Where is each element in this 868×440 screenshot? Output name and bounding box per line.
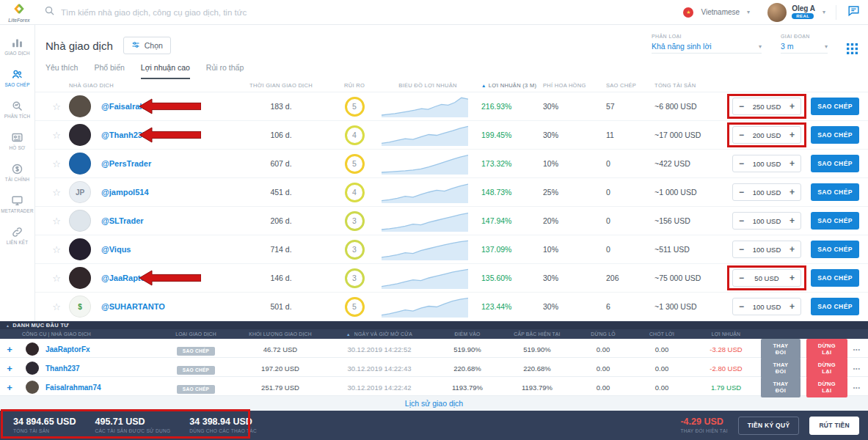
trade-volume: 46.72 USD [236,345,324,353]
trader-name-link[interactable]: Thanh237 [45,364,156,373]
expand-row-button[interactable]: + [0,345,19,354]
amount-value[interactable]: 100 USD [753,217,781,225]
increase-amount-button[interactable]: + [789,216,795,225]
col-open-datetime[interactable]: ▲ NGÀY VÀ GIỜ MỞ CỬA [324,331,434,337]
sidebar-item-metatrader[interactable]: METATRADER [0,188,35,220]
sidebar-item-sao-chep[interactable]: SAO CHÉP [0,62,35,94]
copy-trader-button[interactable]: SAO CHÉP [811,298,859,315]
trader-name-link[interactable]: @jampol514 [101,188,233,197]
sidebar-item-giao-dich[interactable]: GIAO DỊCH [0,31,35,62]
sort-select[interactable]: Khả năng sinh lời▾ [652,42,762,54]
copy-trader-button[interactable]: SAO CHÉP [811,98,859,115]
trader-name-link[interactable]: @SLTrader [101,216,233,225]
more-options-button[interactable]: ••• [853,385,861,390]
decrease-amount-button[interactable]: − [739,302,744,311]
language-chevron-icon[interactable]: ▾ [747,9,750,15]
tab-yêu-thích[interactable]: Yêu thích [45,63,78,79]
chat-icon[interactable] [847,4,861,21]
change-button[interactable]: THAY ĐỔI [761,339,800,359]
user-chevron-icon[interactable]: ▾ [823,9,825,15]
amount-value[interactable]: 100 USD [753,303,781,311]
expand-row-button[interactable]: + [0,383,19,392]
copy-trader-button[interactable]: SAO CHÉP [811,183,859,201]
copy-trader-button[interactable]: SAO CHÉP [811,241,859,258]
trader-name-link[interactable]: @JaaRaptorFx [101,274,233,282]
position-profit: -3.28 USD [691,345,761,353]
brand-logo-icon [12,2,26,18]
more-options-button[interactable]: ••• [853,366,861,371]
copy-trader-button[interactable]: SAO CHÉP [811,212,859,230]
increase-amount-button[interactable]: + [789,302,795,311]
increase-amount-button[interactable]: + [789,102,795,111]
sidebar-item-phan-tich[interactable]: PHÂN TÍCH [0,94,35,125]
amount-stepper: − 200 USD + [732,126,801,144]
profit-sparkline [380,181,475,203]
decrease-amount-button[interactable]: − [739,159,744,168]
col-profit-sort[interactable]: ▲LỢI NHUẬN (3 M) [475,82,537,89]
increase-amount-button[interactable]: + [789,131,795,139]
favorite-star-icon[interactable]: ☆ [44,130,69,141]
trade-history-link[interactable]: Lịch sử giao dịch [405,399,463,408]
change-button[interactable]: THAY ĐỔI [761,377,800,397]
decrease-amount-button[interactable]: − [739,216,744,225]
stop-copy-button[interactable]: DỪNG LẠI [806,339,847,359]
favorite-star-icon[interactable]: ☆ [44,216,69,227]
favorite-star-icon[interactable]: ☆ [44,301,69,312]
expand-row-button[interactable]: + [0,364,19,373]
trader-name-link[interactable]: @Faisalrahman74 [101,102,233,111]
amount-value[interactable]: 100 USD [753,188,781,197]
decrease-amount-button[interactable]: − [739,188,744,197]
change-value: -4.29 USD [680,417,727,427]
language-selector[interactable]: Vietnamese [701,8,740,16]
trader-name-link[interactable]: JaaRaptorFx [45,345,156,353]
favorite-star-icon[interactable]: ☆ [44,187,69,198]
sidebar-item-ho-so[interactable]: HỒ SƠ [0,125,35,157]
amount-value[interactable]: 50 USD [754,274,778,282]
increase-amount-button[interactable]: + [789,245,795,254]
trader-name-link[interactable]: @PersTrader [101,159,233,168]
margin-button[interactable]: TIỀN KÝ QUỸ [738,417,800,435]
filter-select-button[interactable]: Chọn [123,37,171,54]
decrease-amount-button[interactable]: − [739,102,744,111]
trader-name-link[interactable]: @Thanh237 [101,131,233,139]
search-input[interactable] [61,8,683,17]
trader-name-link[interactable]: @Viqus [101,245,233,254]
copies-count: 0 [600,188,649,197]
amount-value[interactable]: 100 USD [753,246,781,254]
col-current: CẤP BẬC HIỆN TẠI [500,331,574,337]
period-select[interactable]: 3 m▾ [781,42,828,54]
grid-view-icon[interactable] [847,43,858,57]
amount-value[interactable]: 200 USD [753,131,781,139]
change-button[interactable]: THAY ĐỔI [761,358,800,378]
brand-name: LiteForex [8,18,29,23]
withdraw-button[interactable]: RÚT TIỀN [809,417,859,435]
amount-value[interactable]: 250 USD [753,103,781,111]
copy-trader-button[interactable]: SAO CHÉP [811,126,859,144]
brand-logo[interactable]: LiteForex [0,1,38,23]
favorite-star-icon[interactable]: ☆ [44,158,69,169]
trader-name-link[interactable]: @SUHARTANTO [101,302,233,311]
decrease-amount-button[interactable]: − [739,274,744,282]
copy-trader-button[interactable]: SAO CHÉP [811,269,859,287]
favorite-star-icon[interactable]: ☆ [44,273,69,284]
portfolio-tab[interactable]: ▲ DANH MỤC ĐẦU TƯ [6,322,69,329]
tab-phổ-biến[interactable]: Phổ biến [94,63,124,79]
amount-value[interactable]: 100 USD [753,160,781,168]
tab-lợi-nhuận-cao[interactable]: Lợi nhuận cao [141,63,190,79]
increase-amount-button[interactable]: + [789,159,795,168]
decrease-amount-button[interactable]: − [739,131,744,139]
user-menu[interactable]: Oleg A REAL [767,3,815,22]
stop-copy-button[interactable]: DỪNG LẠI [806,377,847,397]
favorite-star-icon[interactable]: ☆ [44,244,69,255]
trader-name-link[interactable]: Faisalrahman74 [45,384,156,392]
decrease-amount-button[interactable]: − [739,245,744,254]
sidebar-item-lien-ket[interactable]: LIÊN KẾT [0,220,35,252]
tab-rủi-ro-thấp[interactable]: Rủi ro thấp [206,63,244,79]
increase-amount-button[interactable]: + [789,274,795,282]
sidebar-item-tai-chinh[interactable]: TÀI CHÍNH [0,157,35,188]
favorite-star-icon[interactable]: ☆ [44,101,69,112]
copy-trader-button[interactable]: SAO CHÉP [811,155,859,172]
increase-amount-button[interactable]: + [789,188,795,197]
more-options-button[interactable]: ••• [853,347,861,352]
stop-copy-button[interactable]: DỪNG LẠI [806,358,847,378]
